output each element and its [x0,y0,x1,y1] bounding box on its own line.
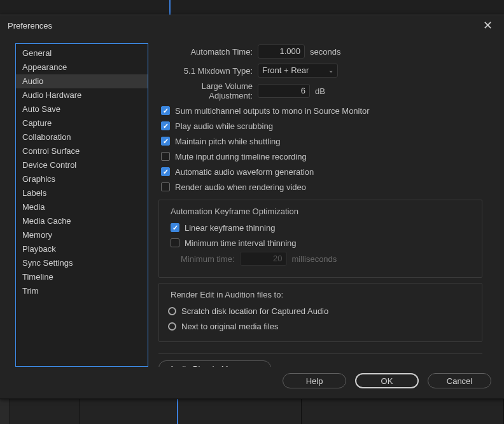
settings-content: Automatch Time: 1.000 seconds 5.1 Mixdow… [148,43,494,367]
render-edit-legend: Render Edit in Audition files to: [168,290,286,299]
ok-button[interactable]: OK [355,373,419,388]
automatch-label: Automatch Time: [158,47,258,57]
render-edit-group: Render Edit in Audition files to: Scratc… [158,283,482,342]
sidebar-item-media-cache[interactable]: Media Cache [16,214,148,228]
large-volume-input[interactable]: 6 [258,84,310,98]
sidebar-item-general[interactable]: General [16,46,148,60]
section-divider [158,353,482,354]
sidebar-item-graphics[interactable]: Graphics [16,172,148,186]
render-audio-label: Render audio when rendering video [175,182,306,192]
play-while-scrubbing-checkbox[interactable] [161,121,170,130]
sidebar-item-collaboration[interactable]: Collaboration [16,130,148,144]
maintain-pitch-label: Maintain pitch while shuttling [175,137,280,146]
min-time-input: 20 [240,252,287,266]
large-volume-suffix: dB [315,86,325,96]
sidebar-item-media[interactable]: Media [16,200,148,214]
sidebar-item-timeline[interactable]: Timeline [16,270,148,284]
min-time-label: Minimum time: [181,254,235,264]
sidebar-item-memory[interactable]: Memory [16,228,148,242]
sidebar-item-sync-settings[interactable]: Sync Settings [16,256,148,270]
interval-thinning-checkbox[interactable] [171,238,179,247]
scratch-disk-radio[interactable] [168,307,176,315]
chevron-down-icon: ⌄ [328,64,333,78]
interval-thinning-label: Minimum time interval thinning [185,238,297,248]
mixdown-select[interactable]: Front + Rear ⌄ [258,64,338,78]
sidebar-item-audio[interactable]: Audio [16,74,148,88]
sidebar-item-device-control[interactable]: Device Control [16,158,148,172]
automatch-input[interactable]: 1.000 [258,44,305,58]
automation-keyframe-legend: Automation Keyframe Optimization [168,207,301,216]
automation-keyframe-group: Automation Keyframe Optimization Linear … [158,200,482,278]
titlebar: Preferences ✕ [0,15,504,36]
close-icon[interactable]: ✕ [479,17,496,34]
mute-input-label: Mute input during timeline recording [175,152,307,161]
auto-waveform-label: Automatic audio waveform generation [175,167,314,177]
sum-multichannel-checkbox[interactable] [161,106,170,115]
automatch-suffix: seconds [310,47,340,57]
window-title: Preferences [8,21,479,31]
sidebar-item-audio-hardware[interactable]: Audio Hardware [16,88,148,102]
large-volume-label: Large Volume Adjustment: [158,81,258,100]
mute-input-checkbox[interactable] [161,152,170,161]
auto-waveform-checkbox[interactable] [161,167,170,176]
linear-thinning-label: Linear keyframe thinning [185,223,275,233]
dialog-button-bar: Help OK Cancel [0,367,504,399]
sidebar-item-capture[interactable]: Capture [16,116,148,130]
maintain-pitch-checkbox[interactable] [161,137,170,146]
category-sidebar: General Appearance Audio Audio Hardware … [15,43,148,367]
mixdown-label: 5.1 Mixdown Type: [158,66,258,76]
min-time-suffix: milliseconds [292,254,337,264]
next-to-original-radio[interactable] [168,322,176,331]
sidebar-item-playback[interactable]: Playback [16,242,148,256]
sidebar-item-appearance[interactable]: Appearance [16,60,148,74]
sum-multichannel-label: Sum multichannel outputs to mono in Sour… [175,106,370,116]
cancel-button[interactable]: Cancel [428,373,491,388]
sidebar-item-control-surface[interactable]: Control Surface [16,144,148,158]
next-to-original-label: Next to original media files [181,322,278,331]
sidebar-item-auto-save[interactable]: Auto Save [16,102,148,116]
sidebar-item-labels[interactable]: Labels [16,186,148,200]
play-while-scrubbing-label: Play audio while scrubbing [175,121,273,131]
audio-plugin-manager-button[interactable]: Audio Plug-In Manager... [158,360,271,367]
timeline-playhead [169,0,171,15]
preferences-dialog: Preferences ✕ General Appearance Audio A… [0,15,504,399]
help-button[interactable]: Help [283,373,346,388]
linear-thinning-checkbox[interactable] [171,223,179,232]
mixdown-value: Front + Rear [262,64,309,78]
timeline-bar [0,398,504,424]
render-audio-checkbox[interactable] [161,182,170,191]
scratch-disk-label: Scratch disk location for Captured Audio [181,306,328,316]
sidebar-item-trim[interactable]: Trim [16,284,148,298]
